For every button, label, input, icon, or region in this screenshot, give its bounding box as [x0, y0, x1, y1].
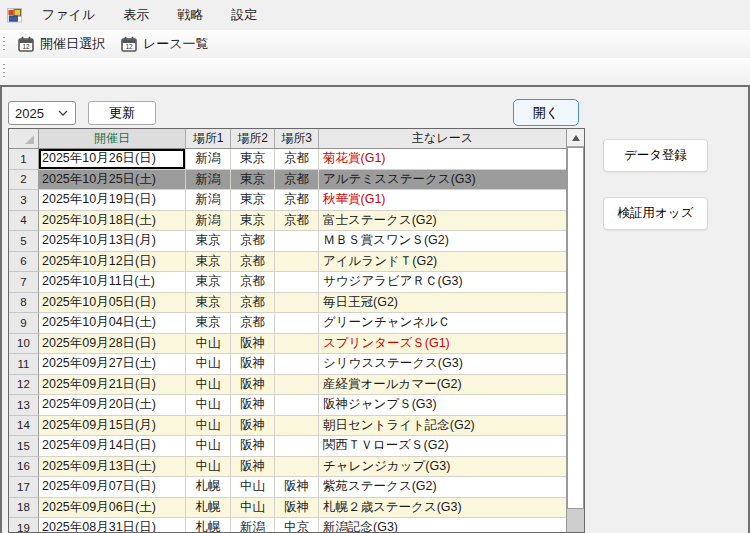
- main-race-cell[interactable]: 紫苑ステークス(G2): [319, 477, 566, 498]
- scroll-up-button[interactable]: [567, 129, 584, 147]
- place2-cell[interactable]: 阪神: [231, 354, 275, 375]
- open-button[interactable]: 開く: [513, 99, 579, 126]
- place1-cell[interactable]: 札幌: [186, 477, 231, 498]
- place2-cell[interactable]: 京都: [231, 293, 275, 314]
- place2-cell[interactable]: 阪神: [231, 375, 275, 396]
- place2-cell[interactable]: 東京: [231, 149, 275, 170]
- main-race-cell[interactable]: 富士ステークス(G2): [319, 211, 566, 232]
- main-race-cell[interactable]: 関西ＴＶローズＳ(G2): [319, 436, 566, 457]
- date-cell[interactable]: 2025年10月12日(日): [39, 252, 186, 273]
- place3-cell[interactable]: 京都: [275, 149, 319, 170]
- column-header-place2[interactable]: 場所2: [231, 129, 275, 148]
- main-race-cell[interactable]: スプリンターズＳ(G1): [319, 334, 566, 355]
- row-number-cell[interactable]: 2: [9, 170, 39, 191]
- place1-cell[interactable]: 東京: [186, 252, 231, 273]
- main-race-cell[interactable]: 毎日王冠(G2): [319, 293, 566, 314]
- place2-cell[interactable]: 中山: [231, 498, 275, 519]
- date-cell[interactable]: 2025年10月05日(日): [39, 293, 186, 314]
- scrollbar-thumb[interactable]: [567, 147, 584, 509]
- place1-cell[interactable]: 中山: [186, 416, 231, 437]
- row-number-cell[interactable]: 6: [9, 252, 39, 273]
- table-row[interactable]: 122025年09月21日(日)中山阪神産経賞オールカマー(G2): [9, 375, 566, 396]
- year-select[interactable]: 2025: [8, 101, 76, 125]
- date-cell[interactable]: 2025年09月07日(日): [39, 477, 186, 498]
- place3-cell[interactable]: 京都: [275, 170, 319, 191]
- place1-cell[interactable]: 中山: [186, 354, 231, 375]
- row-number-cell[interactable]: 10: [9, 334, 39, 355]
- race-list-button[interactable]: 12 レース一覧: [113, 31, 217, 57]
- place1-cell[interactable]: 新潟: [186, 149, 231, 170]
- row-number-cell[interactable]: 7: [9, 272, 39, 293]
- table-row[interactable]: 42025年10月18日(土)新潟東京京都富士ステークス(G2): [9, 211, 566, 232]
- main-race-cell[interactable]: グリーンチャンネルＣ: [319, 313, 566, 334]
- place3-cell[interactable]: [275, 252, 319, 273]
- main-race-cell[interactable]: 菊花賞(G1): [319, 149, 566, 170]
- place2-cell[interactable]: 京都: [231, 272, 275, 293]
- race-date-select-button[interactable]: 12 開催日選択: [10, 31, 113, 57]
- row-number-cell[interactable]: 11: [9, 354, 39, 375]
- place1-cell[interactable]: 新潟: [186, 170, 231, 191]
- place1-cell[interactable]: 東京: [186, 272, 231, 293]
- row-number-cell[interactable]: 4: [9, 211, 39, 232]
- column-header-main-race[interactable]: 主なレース: [319, 129, 566, 148]
- main-race-cell[interactable]: 秋華賞(G1): [319, 190, 566, 211]
- place2-cell[interactable]: 阪神: [231, 395, 275, 416]
- date-cell[interactable]: 2025年09月15日(月): [39, 416, 186, 437]
- place3-cell[interactable]: 中京: [275, 518, 319, 532]
- date-cell[interactable]: 2025年10月11日(土): [39, 272, 186, 293]
- place3-cell[interactable]: [275, 416, 319, 437]
- menu-item-file[interactable]: ファイル: [32, 1, 105, 29]
- row-number-cell[interactable]: 9: [9, 313, 39, 334]
- place3-cell[interactable]: 京都: [275, 211, 319, 232]
- toolbar-grip[interactable]: [3, 36, 6, 53]
- menu-item-strategy[interactable]: 戦略: [167, 1, 213, 29]
- main-race-cell[interactable]: アイルランドＴ(G2): [319, 252, 566, 273]
- main-race-cell[interactable]: シリウスステークス(G3): [319, 354, 566, 375]
- date-cell[interactable]: 2025年09月21日(日): [39, 375, 186, 396]
- place1-cell[interactable]: 中山: [186, 395, 231, 416]
- place1-cell[interactable]: 札幌: [186, 498, 231, 519]
- row-number-cell[interactable]: 8: [9, 293, 39, 314]
- place1-cell[interactable]: 東京: [186, 313, 231, 334]
- table-row[interactable]: 142025年09月15日(月)中山阪神朝日セントライト記念(G2): [9, 416, 566, 437]
- place3-cell[interactable]: [275, 293, 319, 314]
- place2-cell[interactable]: 阪神: [231, 334, 275, 355]
- place1-cell[interactable]: 新潟: [186, 211, 231, 232]
- date-cell[interactable]: 2025年09月13日(土): [39, 457, 186, 478]
- row-number-cell[interactable]: 18: [9, 498, 39, 519]
- verification-odds-button[interactable]: 検証用オッズ: [603, 197, 708, 230]
- place2-cell[interactable]: 阪神: [231, 436, 275, 457]
- row-number-cell[interactable]: 12: [9, 375, 39, 396]
- place2-cell[interactable]: 京都: [231, 252, 275, 273]
- column-header-place3[interactable]: 場所3: [275, 129, 319, 148]
- date-cell[interactable]: 2025年09月06日(土): [39, 498, 186, 519]
- main-race-cell[interactable]: ＭＢＳ賞スワンＳ(G2): [319, 231, 566, 252]
- table-row[interactable]: 192025年08月31日(日)札幌新潟中京新潟記念(G3): [9, 518, 566, 532]
- place1-cell[interactable]: 東京: [186, 231, 231, 252]
- table-row[interactable]: 152025年09月14日(日)中山阪神関西ＴＶローズＳ(G2): [9, 436, 566, 457]
- place2-cell[interactable]: 京都: [231, 231, 275, 252]
- place2-cell[interactable]: 新潟: [231, 518, 275, 532]
- row-number-cell[interactable]: 13: [9, 395, 39, 416]
- place1-cell[interactable]: 札幌: [186, 518, 231, 532]
- table-row[interactable]: 162025年09月13日(土)中山阪神チャレンジカップ(G3): [9, 457, 566, 478]
- place3-cell[interactable]: [275, 395, 319, 416]
- table-row[interactable]: 12025年10月26日(日)新潟東京京都菊花賞(G1): [9, 149, 566, 170]
- date-cell[interactable]: 2025年09月14日(日): [39, 436, 186, 457]
- main-race-cell[interactable]: 産経賞オールカマー(G2): [319, 375, 566, 396]
- table-row[interactable]: 62025年10月12日(日)東京京都アイルランドＴ(G2): [9, 252, 566, 273]
- place3-cell[interactable]: [275, 313, 319, 334]
- place3-cell[interactable]: [275, 436, 319, 457]
- place2-cell[interactable]: 京都: [231, 313, 275, 334]
- date-cell[interactable]: 2025年10月26日(日): [39, 149, 186, 170]
- table-row[interactable]: 172025年09月07日(日)札幌中山阪神紫苑ステークス(G2): [9, 477, 566, 498]
- place1-cell[interactable]: 中山: [186, 334, 231, 355]
- place2-cell[interactable]: 中山: [231, 477, 275, 498]
- main-race-cell[interactable]: 阪神ジャンプＳ(G3): [319, 395, 566, 416]
- date-cell[interactable]: 2025年10月19日(日): [39, 190, 186, 211]
- table-row[interactable]: 82025年10月05日(日)東京京都毎日王冠(G2): [9, 293, 566, 314]
- place3-cell[interactable]: [275, 334, 319, 355]
- place2-cell[interactable]: 東京: [231, 211, 275, 232]
- toolbar-grip[interactable]: [3, 63, 6, 80]
- place2-cell[interactable]: 東京: [231, 190, 275, 211]
